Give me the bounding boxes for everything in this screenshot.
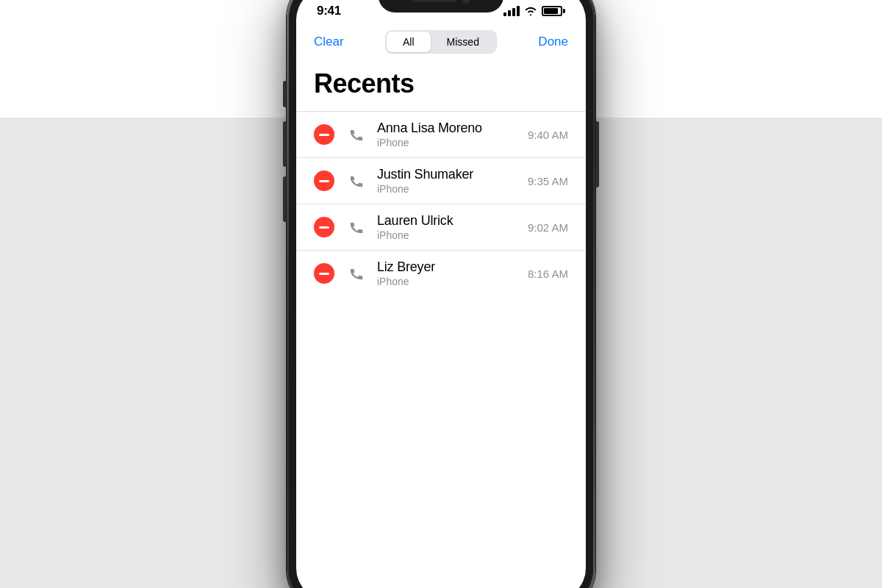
call-item[interactable]: Anna Lisa Moreno iPhone 9:40 AM [296,111,586,157]
call-line-type: iPhone [377,276,528,287]
call-name: Lauren Ulrick [377,213,528,229]
segment-missed[interactable]: Missed [431,32,495,52]
done-button[interactable]: Done [538,35,568,49]
page-title: Recents [296,62,586,111]
call-list: Anna Lisa Moreno iPhone 9:40 AM Justin S… [296,111,586,296]
call-info: Anna Lisa Moreno iPhone [377,121,528,148]
call-time: 8:16 AM [528,268,568,280]
power-button[interactable] [595,121,599,187]
delete-button[interactable] [314,263,334,284]
speaker [412,0,456,2]
delete-button[interactable] [314,124,334,145]
call-time: 9:35 AM [528,175,568,187]
front-camera [462,0,470,4]
segment-all[interactable]: All [387,32,431,52]
call-info: Liz Breyer iPhone [377,259,528,287]
call-name: Liz Breyer [377,259,528,275]
call-item[interactable]: Justin Shumaker iPhone 9:35 AM [296,157,586,204]
phone-mockup: 9:41 [287,0,595,588]
call-item[interactable]: Liz Breyer iPhone 8:16 AM [296,250,586,296]
call-item[interactable]: Lauren Ulrick iPhone 9:02 AM [296,204,586,250]
call-name: Justin Shumaker [377,167,528,182]
delete-button[interactable] [314,171,334,191]
call-type-icon [345,215,368,239]
call-type-icon [345,123,368,146]
phone-screen: 9:41 [296,0,586,588]
call-type-icon [345,169,368,193]
clear-button[interactable]: Clear [314,35,344,49]
call-time: 9:02 AM [528,221,568,234]
wifi-icon [524,6,537,16]
notch [379,0,503,12]
call-line-type: iPhone [377,137,528,148]
status-time: 9:41 [317,4,341,18]
battery-icon [542,6,565,16]
phone-inner: 9:41 [289,0,593,588]
call-info: Lauren Ulrick iPhone [377,213,528,241]
phone-outer-shell: 9:41 [287,0,595,588]
toolbar: Clear All Missed Done [296,24,586,62]
call-time: 9:40 AM [528,129,568,141]
call-info: Justin Shumaker iPhone [377,167,528,195]
call-name: Anna Lisa Moreno [377,121,528,136]
call-line-type: iPhone [377,183,528,195]
signal-icon [503,6,520,16]
delete-button[interactable] [314,217,334,237]
call-type-icon [345,262,368,285]
segment-control[interactable]: All Missed [385,30,497,54]
status-icons [503,6,565,16]
page-background: 9:41 [0,0,882,588]
call-line-type: iPhone [377,229,528,241]
